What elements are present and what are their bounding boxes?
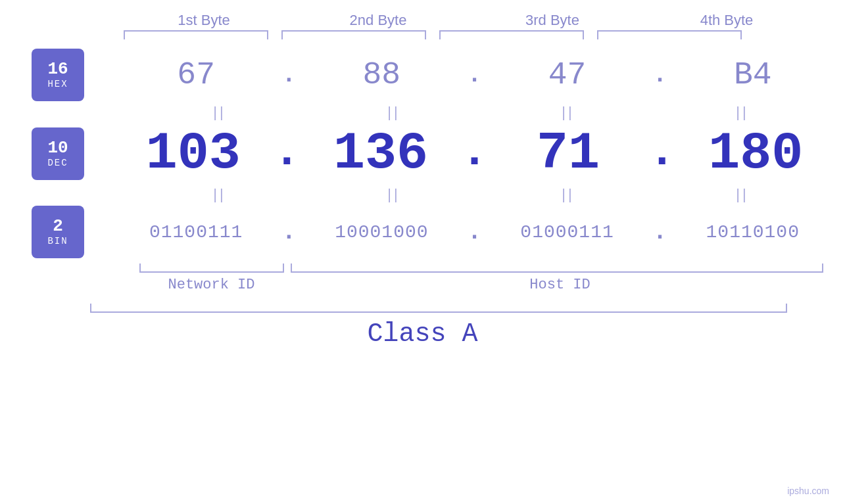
dec-octets: 103 . 136 . 71 . 180 bbox=[117, 124, 845, 183]
byte-headers: 1st Byte 2nd Byte 3rd Byte 4th Byte bbox=[117, 12, 814, 29]
bin-octet-1: 01100111 bbox=[124, 222, 268, 242]
dec-octet-1: 103 bbox=[121, 124, 266, 183]
main-container: 1st Byte 2nd Byte 3rd Byte 4th Byte 16 H… bbox=[0, 0, 845, 504]
bin-octet-4: 10110100 bbox=[681, 222, 825, 242]
hex-label: HEX bbox=[47, 79, 68, 89]
id-label-row: Network ID Host ID bbox=[133, 277, 830, 293]
bin-octet-3: 01000111 bbox=[495, 222, 640, 242]
byte-header-2: 2nd Byte bbox=[306, 12, 450, 29]
hex-dot-2: . bbox=[468, 62, 482, 89]
byte-header-1: 1st Byte bbox=[132, 12, 276, 29]
bin-octets: 01100111 . 10001000 . 01000111 . 1011010… bbox=[117, 219, 845, 246]
bin-dot-3: . bbox=[653, 219, 667, 246]
eq-3: || bbox=[496, 104, 640, 121]
dec-label: DEC bbox=[47, 158, 68, 168]
class-label: Class A bbox=[367, 319, 477, 349]
bin-dot-2: . bbox=[468, 219, 482, 246]
eq-8: || bbox=[670, 186, 815, 203]
bottom-brackets bbox=[133, 263, 830, 273]
dec-octet-2: 136 bbox=[308, 124, 453, 183]
eq-4: || bbox=[670, 104, 815, 121]
hex-octets: 67 . 88 . 47 . B4 bbox=[117, 57, 845, 93]
dec-dot-2: . bbox=[460, 126, 488, 178]
hex-octet-4: B4 bbox=[681, 57, 825, 93]
bracket-4 bbox=[597, 30, 742, 39]
dec-badge: 10 DEC bbox=[32, 127, 84, 180]
top-brackets bbox=[117, 30, 814, 42]
bin-badge: 2 BIN bbox=[32, 206, 84, 258]
bin-num: 2 bbox=[53, 218, 63, 235]
watermark: ipshu.com bbox=[787, 486, 829, 496]
eq-5: || bbox=[147, 186, 292, 203]
host-id-label: Host ID bbox=[291, 277, 830, 293]
dec-octet-3: 71 bbox=[496, 124, 640, 183]
dec-octet-4: 180 bbox=[683, 124, 828, 183]
equals-row-2: || || || || bbox=[133, 183, 830, 206]
hex-badge: 16 HEX bbox=[32, 49, 84, 101]
class-row: Class A bbox=[0, 304, 845, 349]
bracket-3 bbox=[439, 30, 584, 39]
dec-dot-3: . bbox=[648, 126, 676, 178]
dec-dot-1: . bbox=[273, 126, 301, 178]
hex-octet-2: 88 bbox=[309, 57, 454, 93]
hex-octet-3: 47 bbox=[495, 57, 640, 93]
bracket-network bbox=[139, 263, 284, 273]
bin-label: BIN bbox=[47, 236, 68, 246]
bracket-host bbox=[291, 263, 823, 273]
eq-1: || bbox=[147, 104, 292, 121]
dec-num: 10 bbox=[47, 139, 68, 156]
eq-6: || bbox=[322, 186, 466, 203]
hex-dot-3: . bbox=[653, 62, 667, 89]
bracket-2 bbox=[281, 30, 426, 39]
network-id-label: Network ID bbox=[133, 277, 291, 293]
hex-num: 16 bbox=[47, 60, 68, 78]
equals-row-1: || || || || bbox=[133, 101, 830, 124]
hex-octet-1: 67 bbox=[124, 57, 268, 93]
byte-header-4: 4th Byte bbox=[654, 12, 799, 29]
byte-header-3: 3rd Byte bbox=[480, 12, 625, 29]
bracket-1 bbox=[124, 30, 268, 39]
eq-7: || bbox=[496, 186, 640, 203]
class-bracket bbox=[90, 304, 787, 313]
bin-dot-1: . bbox=[281, 219, 296, 246]
dec-row: 10 DEC 103 . 136 . 71 . 180 bbox=[0, 124, 845, 183]
hex-dot-1: . bbox=[281, 62, 296, 89]
hex-row: 16 HEX 67 . 88 . 47 . B4 bbox=[0, 49, 845, 101]
bin-row: 2 BIN 01100111 . 10001000 . 01000111 . 1… bbox=[0, 206, 845, 258]
bin-octet-2: 10001000 bbox=[309, 222, 454, 242]
eq-2: || bbox=[322, 104, 466, 121]
